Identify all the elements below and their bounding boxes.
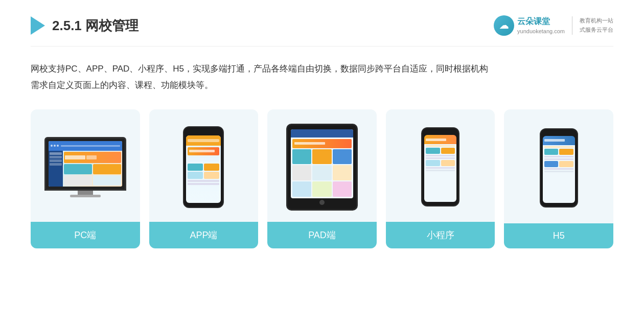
- header-left: 2.5.1 网校管理: [31, 16, 139, 35]
- header: 2.5.1 网校管理 ☁ 云朵课堂 yunduoketang.com 教育机构一…: [31, 15, 613, 47]
- mini-phone-screen-h5: [543, 136, 575, 203]
- pc-screen-outer: [44, 137, 126, 191]
- card-pc: PC端: [31, 109, 140, 248]
- phone-notch-app: [197, 131, 210, 134]
- card-app-label: APP端: [149, 222, 259, 248]
- header-divider: [572, 16, 572, 35]
- phone-content-app: [186, 146, 221, 203]
- pad-home-btn: [319, 200, 325, 205]
- brand-logo: ☁ 云朵课堂 yunduoketang.com: [494, 15, 565, 36]
- card-miniprogram: 小程序: [386, 109, 495, 248]
- mini-phone-miniprogram: [421, 127, 459, 206]
- phone-screen-top-app: [186, 135, 221, 146]
- card-miniprogram-label: 小程序: [386, 222, 495, 248]
- card-pad: PAD端: [267, 109, 377, 248]
- card-pc-label: PC端: [31, 222, 140, 248]
- description-text: 网校支持PC、APP、PAD、小程序、H5，实现多端打通，产品各终端自由切换，数…: [31, 61, 613, 94]
- mini-phone-screen-miniprogram: [424, 135, 456, 202]
- mini-phone-h5: [540, 128, 578, 208]
- card-miniprogram-image: [386, 109, 495, 222]
- phone-mockup-app: [183, 126, 224, 208]
- pad-screen: [291, 129, 353, 198]
- brand-icon: ☁: [494, 15, 514, 36]
- card-app: APP端: [149, 109, 259, 248]
- card-pad-image: [267, 109, 377, 222]
- pc-mockup: [44, 137, 126, 197]
- card-app-image: [149, 109, 259, 222]
- pad-mockup: [286, 124, 358, 211]
- brand-slogan: 教育机构一站 式服务云平台: [580, 16, 613, 34]
- card-pc-image: [31, 109, 140, 222]
- pad-top-bar: [291, 129, 353, 137]
- page-container: 2.5.1 网校管理 ☁ 云朵课堂 yunduoketang.com 教育机构一…: [0, 0, 644, 322]
- brand-text: 云朵课堂 yunduoketang.com: [517, 16, 565, 35]
- page-title: 2.5.1 网校管理: [52, 17, 139, 35]
- card-h5: H5: [504, 109, 613, 248]
- card-pad-label: PAD端: [267, 222, 377, 248]
- card-h5-image: [504, 109, 613, 223]
- mini-phone-notch-miniprogram: [435, 132, 446, 134]
- logo-icon: [31, 16, 45, 35]
- pc-screen-inner: [49, 141, 122, 187]
- brand-area: ☁ 云朵课堂 yunduoketang.com 教育机构一站 式服务云平台: [494, 15, 613, 36]
- card-h5-label: H5: [504, 223, 613, 248]
- cards-container: PC端: [31, 109, 613, 248]
- phone-screen-app: [186, 135, 221, 203]
- mini-phone-notch-h5: [553, 133, 564, 135]
